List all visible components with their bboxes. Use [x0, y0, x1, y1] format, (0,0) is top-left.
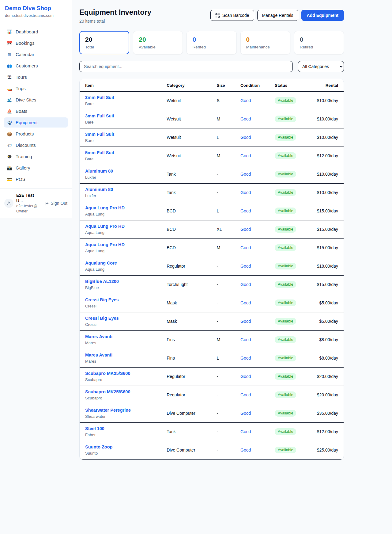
table-row: Aqua Lung Pro HD Aqua Lung BCD M Good Av… [80, 239, 344, 257]
item-name-link[interactable]: Steel 100 [85, 426, 156, 431]
stat-label: Total [85, 45, 123, 49]
sidebar-item[interactable]: 🏝 Tours [4, 72, 68, 82]
item-name-link[interactable]: Aqua Lung Pro HD [85, 224, 156, 229]
item-name-link[interactable]: Aqua Lung Pro HD [85, 205, 156, 210]
item-name-link[interactable]: Aqua Lung Pro HD [85, 242, 156, 247]
sidebar-item[interactable]: ⛵ Boats [4, 106, 68, 116]
condition-link[interactable]: Good [240, 190, 251, 195]
table-row: Scubapro MK25/S600 Scubapro Regulator - … [80, 368, 344, 386]
status-badge: Available [275, 318, 296, 325]
condition-link[interactable]: Good [240, 227, 251, 232]
sign-out-icon [44, 201, 49, 206]
sidebar-item[interactable]: 🏷 Discounts [4, 140, 68, 150]
table-row: Suunto Zoop Suunto Dive Computer - Good … [80, 441, 344, 460]
item-name-link[interactable]: Scubapro MK25/S600 [85, 389, 156, 394]
stat-card[interactable]: 0 Retired [294, 31, 344, 54]
item-category: Dive Computer [161, 441, 211, 460]
stat-card[interactable]: 20 Available [133, 31, 183, 54]
sidebar-item[interactable]: 📅 Bookings [4, 38, 68, 48]
item-name-link[interactable]: Mares Avanti [85, 353, 156, 357]
item-brand: Luxfer [85, 175, 156, 180]
condition-link[interactable]: Good [240, 429, 251, 434]
item-brand: Scubapro [85, 396, 156, 400]
item-name-link[interactable]: Mares Avanti [85, 334, 156, 339]
item-name-link[interactable]: 3mm Full Suit [85, 132, 156, 137]
stat-card[interactable]: 0 Rented [187, 31, 236, 54]
condition-link[interactable]: Good [240, 116, 251, 121]
sidebar-item[interactable]: 📸 Gallery [4, 163, 68, 173]
category-select[interactable]: All Categories [298, 61, 344, 72]
sidebar-item[interactable]: 💳 POS [4, 174, 68, 184]
item-name-link[interactable]: 3mm Full Suit [85, 113, 156, 118]
item-name-link[interactable]: Cressi Big Eyes [85, 316, 156, 321]
search-input[interactable] [79, 61, 293, 72]
item-size: - [211, 312, 235, 331]
manage-rentals-label: Manage Rentals [262, 13, 293, 18]
item-name-link[interactable]: Aluminum 80 [85, 187, 156, 192]
add-equipment-button[interactable]: Add Equipment [301, 10, 344, 21]
sidebar-item[interactable]: 🚤 Trips [4, 83, 68, 93]
sidebar-item[interactable]: 🎓 Training [4, 151, 68, 162]
item-name-link[interactable]: Aluminum 80 [85, 169, 156, 174]
item-category: Mask [161, 312, 211, 331]
item-brand: Aqua Lung [85, 230, 156, 235]
table-row: Cressi Big Eyes Cressi Mask - Good Avail… [80, 294, 344, 312]
table-header-row: Item Category Size Condition Status Rent… [80, 79, 344, 91]
item-category: Wetsuit [161, 110, 211, 128]
item-name-link[interactable]: Aqualung Core [85, 261, 156, 265]
item-name-link[interactable]: Shearwater Peregrine [85, 408, 156, 413]
sidebar-item[interactable]: 👥 Customers [4, 61, 68, 71]
rental-rate: $20.00/day [311, 386, 344, 404]
stat-value: 0 [246, 36, 285, 43]
stat-card[interactable]: 20 Total [79, 31, 129, 54]
condition-link[interactable]: Good [240, 392, 251, 397]
condition-link[interactable]: Good [240, 135, 251, 140]
condition-link[interactable]: Good [240, 153, 251, 158]
condition-link[interactable]: Good [240, 337, 251, 342]
item-name-link[interactable]: Suunto Zoop [85, 444, 156, 449]
item-size: L [211, 349, 235, 368]
item-brand: Scubapro [85, 377, 156, 382]
scan-barcode-button[interactable]: Scan Barcode [210, 10, 254, 21]
condition-link[interactable]: Good [240, 448, 251, 452]
manage-rentals-button[interactable]: Manage Rentals [257, 10, 298, 21]
item-size: - [211, 257, 235, 276]
brand-name: Demo Dive Shop [5, 5, 67, 12]
item-name-link[interactable]: Scubapro MK25/S600 [85, 371, 156, 376]
item-name-link[interactable]: Cressi Big Eyes [85, 297, 156, 302]
sidebar-item[interactable]: 🤿 Equipment [4, 117, 68, 128]
condition-link[interactable]: Good [240, 208, 251, 213]
condition-link[interactable]: Good [240, 356, 251, 360]
item-category: Regulator [161, 257, 211, 276]
sidebar-item[interactable]: 🌊 Dive Sites [4, 95, 68, 105]
condition-link[interactable]: Good [240, 172, 251, 177]
condition-link[interactable]: Good [240, 282, 251, 287]
sidebar-item[interactable]: 📊 Dashboard [4, 27, 68, 37]
item-size: M [211, 239, 235, 257]
condition-link[interactable]: Good [240, 245, 251, 250]
stat-label: Maintenance [246, 45, 285, 49]
condition-link[interactable]: Good [240, 264, 251, 269]
condition-link[interactable]: Good [240, 411, 251, 416]
item-category: Dive Computer [161, 404, 211, 423]
stat-card[interactable]: 0 Maintenance [240, 31, 290, 54]
customers-icon: 👥 [7, 63, 12, 68]
stat-value: 0 [300, 36, 338, 43]
sidebar-item[interactable]: 📦 Products [4, 129, 68, 139]
sign-out-button[interactable]: Sign Out [44, 201, 67, 206]
condition-link[interactable]: Good [240, 300, 251, 305]
sidebar-item-label: Discounts [16, 143, 36, 148]
item-size: - [211, 404, 235, 423]
rental-rate: $15.00/day [311, 239, 344, 257]
item-name-link[interactable]: BigBlue AL1200 [85, 279, 156, 284]
rental-rate: $18.00/day [311, 257, 344, 276]
item-size: M [211, 110, 235, 128]
status-badge: Available [275, 134, 296, 141]
status-badge: Available [275, 355, 296, 361]
sidebar-item[interactable]: 🗓 Calendar [4, 49, 68, 59]
item-name-link[interactable]: 3mm Full Suit [85, 95, 156, 100]
condition-link[interactable]: Good [240, 98, 251, 103]
item-name-link[interactable]: 5mm Full Suit [85, 150, 156, 155]
condition-link[interactable]: Good [240, 374, 251, 379]
condition-link[interactable]: Good [240, 319, 251, 324]
